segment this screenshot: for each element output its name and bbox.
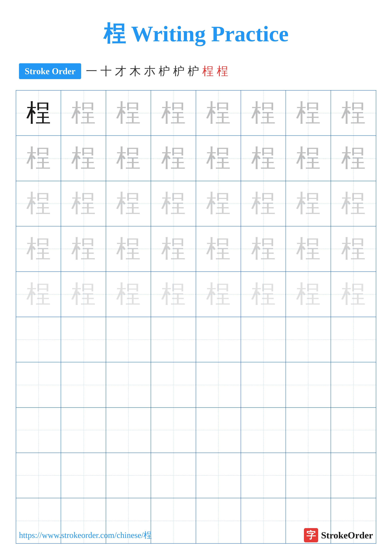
grid-cell-2-5[interactable]: 桯 [196,136,241,181]
grid-cell-8-7[interactable] [286,408,331,453]
grid-cell-6-1[interactable] [16,317,61,362]
grid-cell-7-5[interactable] [196,362,241,407]
grid-cell-5-6[interactable]: 桯 [241,272,286,317]
grid-cell-2-8[interactable]: 桯 [331,136,376,181]
grid-cell-2-3[interactable]: 桯 [106,136,151,181]
stroke-2: 十 [100,64,112,79]
page-title: 桯 Writing Practice [0,0,392,58]
grid-cell-3-8[interactable]: 桯 [331,181,376,226]
stroke-9: 桯 [202,64,214,79]
grid-row-7 [16,362,376,408]
grid-cell-8-2[interactable] [61,408,106,453]
grid-cell-3-5[interactable]: 桯 [196,181,241,226]
stroke-7: 枦 [173,64,185,79]
grid-row-1: 桯 桯 桯 桯 桯 桯 桯 桯 [16,90,376,136]
grid-cell-9-6[interactable] [241,453,286,498]
grid-cell-4-7[interactable]: 桯 [286,226,331,271]
stroke-8: 枦 [188,64,199,79]
stroke-6: 枦 [159,64,170,79]
grid-cell-1-4[interactable]: 桯 [151,90,196,135]
grid-cell-2-4[interactable]: 桯 [151,136,196,181]
grid-row-6 [16,317,376,362]
grid-cell-3-6[interactable]: 桯 [241,181,286,226]
grid-cell-7-4[interactable] [151,362,196,407]
grid-cell-9-7[interactable] [286,453,331,498]
strokeorder-logo-text: StrokeOrder [321,530,373,541]
stroke-order-badge: Stroke Order [19,63,81,79]
grid-cell-3-7[interactable]: 桯 [286,181,331,226]
stroke-5: 朩 [144,64,156,79]
grid-cell-5-1[interactable]: 桯 [16,272,61,317]
grid-cell-7-8[interactable] [331,362,376,407]
grid-cell-9-3[interactable] [106,453,151,498]
grid-cell-1-2[interactable]: 桯 [61,90,106,135]
grid-cell-6-8[interactable] [331,317,376,362]
stroke-sequence: 一 十 才 木 朩 枦 枦 枦 桯 桯 [86,64,228,79]
grid-cell-9-5[interactable] [196,453,241,498]
grid-cell-7-7[interactable] [286,362,331,407]
grid-cell-5-4[interactable]: 桯 [151,272,196,317]
grid-row-2: 桯 桯 桯 桯 桯 桯 桯 桯 [16,136,376,181]
grid-cell-4-3[interactable]: 桯 [106,226,151,271]
grid-cell-4-2[interactable]: 桯 [61,226,106,271]
grid-cell-1-8[interactable]: 桯 [331,90,376,135]
grid-cell-1-3[interactable]: 桯 [106,90,151,135]
grid-cell-7-3[interactable] [106,362,151,407]
grid-cell-8-8[interactable] [331,408,376,453]
grid-cell-7-6[interactable] [241,362,286,407]
grid-cell-5-2[interactable]: 桯 [61,272,106,317]
grid-row-3: 桯 桯 桯 桯 桯 桯 桯 桯 [16,181,376,226]
grid-cell-2-1[interactable]: 桯 [16,136,61,181]
footer-logo: 字 StrokeOrder [304,528,373,542]
grid-cell-5-8[interactable]: 桯 [331,272,376,317]
grid-cell-4-6[interactable]: 桯 [241,226,286,271]
grid-cell-5-7[interactable]: 桯 [286,272,331,317]
grid-cell-9-4[interactable] [151,453,196,498]
grid-cell-6-2[interactable] [61,317,106,362]
grid-cell-3-3[interactable]: 桯 [106,181,151,226]
grid-cell-1-7[interactable]: 桯 [286,90,331,135]
grid-cell-8-1[interactable] [16,408,61,453]
grid-cell-6-3[interactable] [106,317,151,362]
grid-cell-3-1[interactable]: 桯 [16,181,61,226]
grid-cell-1-5[interactable]: 桯 [196,90,241,135]
grid-row-9 [16,453,376,498]
grid-cell-7-1[interactable] [16,362,61,407]
grid-cell-8-5[interactable] [196,408,241,453]
stroke-4: 木 [129,64,141,79]
grid-cell-6-4[interactable] [151,317,196,362]
grid-cell-6-7[interactable] [286,317,331,362]
grid-cell-9-8[interactable] [331,453,376,498]
grid-cell-4-5[interactable]: 桯 [196,226,241,271]
grid-cell-2-7[interactable]: 桯 [286,136,331,181]
grid-cell-2-6[interactable]: 桯 [241,136,286,181]
stroke-3: 才 [115,64,126,79]
grid-cell-3-4[interactable]: 桯 [151,181,196,226]
grid-cell-6-5[interactable] [196,317,241,362]
grid-cell-9-1[interactable] [16,453,61,498]
grid-cell-8-3[interactable] [106,408,151,453]
stroke-10: 桯 [217,64,228,79]
practice-grid: 桯 桯 桯 桯 桯 桯 桯 桯 桯 桯 桯 [16,90,376,544]
grid-cell-5-3[interactable]: 桯 [106,272,151,317]
grid-row-8 [16,408,376,453]
grid-cell-8-6[interactable] [241,408,286,453]
strokeorder-logo-icon: 字 [304,528,318,542]
grid-cell-8-4[interactable] [151,408,196,453]
grid-cell-4-8[interactable]: 桯 [331,226,376,271]
stroke-1: 一 [86,64,97,79]
grid-cell-3-2[interactable]: 桯 [61,181,106,226]
grid-cell-5-5[interactable]: 桯 [196,272,241,317]
grid-cell-1-6[interactable]: 桯 [241,90,286,135]
grid-cell-7-2[interactable] [61,362,106,407]
footer-url[interactable]: https://www.strokeorder.com/chinese/桯 [19,530,152,541]
footer: https://www.strokeorder.com/chinese/桯 字 … [0,528,392,542]
grid-cell-4-4[interactable]: 桯 [151,226,196,271]
grid-cell-9-2[interactable] [61,453,106,498]
grid-row-5: 桯 桯 桯 桯 桯 桯 桯 桯 [16,272,376,317]
grid-cell-2-2[interactable]: 桯 [61,136,106,181]
stroke-order-section: Stroke Order 一 十 才 木 朩 枦 枦 枦 桯 桯 [0,58,392,84]
grid-cell-6-6[interactable] [241,317,286,362]
grid-cell-4-1[interactable]: 桯 [16,226,61,271]
grid-cell-1-1[interactable]: 桯 [16,90,61,135]
